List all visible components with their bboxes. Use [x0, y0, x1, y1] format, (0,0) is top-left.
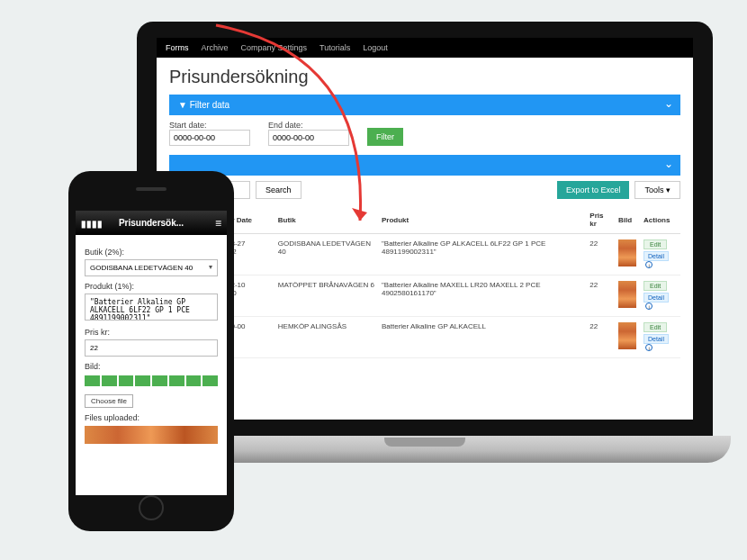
- top-nav: Forms Archive Company Settings Tutorials…: [157, 38, 693, 58]
- nav-archive[interactable]: Archive: [202, 43, 229, 52]
- info-icon[interactable]: i: [645, 344, 652, 351]
- col-pris[interactable]: Pris kr: [586, 206, 615, 234]
- tools-button[interactable]: Tools ▾: [634, 181, 680, 199]
- results-table: ile Answer Date Butik Produkt Pris kr Bi…: [169, 206, 680, 358]
- filter-data-bar[interactable]: ▼ Filter data: [169, 95, 680, 115]
- uploaded-thumbnail[interactable]: [85, 426, 218, 444]
- table-row: eb admin 2017-08-27 15:50:32 GODISBANA L…: [169, 234, 680, 275]
- detail-button[interactable]: Detail: [644, 334, 669, 344]
- thumbnail-icon[interactable]: [618, 322, 636, 349]
- phone-form: Butik (2%): Produkt (1%): Pris kr: Bild:…: [76, 235, 227, 451]
- detail-button[interactable]: Detail: [644, 251, 669, 261]
- phone-frame: ▮▮▮▮ Prisundersök... ≡ Butik (2%): Produ…: [68, 171, 234, 531]
- thumbnail-icon[interactable]: [618, 239, 636, 266]
- nav-forms[interactable]: Forms: [166, 43, 189, 52]
- upload-progress: [85, 375, 218, 386]
- pris-input[interactable]: [85, 339, 218, 357]
- results-bar[interactable]: [169, 155, 680, 176]
- cell-actions: Edit Detaili: [640, 275, 680, 317]
- produkt-input[interactable]: [85, 294, 218, 321]
- phone-screen: ▮▮▮▮ Prisundersök... ≡ Butik (2%): Produ…: [76, 211, 227, 495]
- cell-pris: 22: [586, 234, 615, 275]
- nav-logout[interactable]: Logout: [363, 43, 388, 52]
- table-row: 2015-00-00 HEMKÖP ALINGSÅS Batterier Alk…: [169, 317, 680, 358]
- col-produkt[interactable]: Produkt: [378, 206, 586, 234]
- pris-label: Pris kr:: [85, 328, 218, 337]
- butik-select[interactable]: [85, 259, 218, 276]
- butik-label: Butik (2%):: [85, 248, 218, 257]
- choose-file-button[interactable]: Choose file: [85, 394, 133, 408]
- cell-butik: GODISBANA LEDETVÄGEN 40: [274, 234, 378, 275]
- page-content: Prisundersökning ▼ Filter data Start dat…: [157, 58, 693, 367]
- cell-actions: Edit Detaili: [640, 234, 680, 275]
- detail-button[interactable]: Detail: [644, 293, 669, 303]
- info-icon[interactable]: i: [645, 261, 652, 268]
- start-date-input[interactable]: [169, 130, 250, 146]
- search-button[interactable]: Search: [256, 181, 302, 199]
- start-date-field: Start date:: [169, 121, 250, 146]
- col-butik[interactable]: Butik: [274, 206, 378, 234]
- cell-actions: Edit Detaili: [640, 317, 680, 358]
- cell-bild: [615, 234, 640, 275]
- export-excel-button[interactable]: Export to Excel: [557, 181, 630, 199]
- col-actions[interactable]: Actions: [640, 206, 680, 234]
- edit-button[interactable]: Edit: [644, 322, 667, 332]
- cell-produkt: "Batterier Alkaline GP ALKACELL 6LF22 GP…: [378, 234, 586, 275]
- menu-icon[interactable]: ≡: [215, 219, 221, 228]
- page-title: Prisundersökning: [169, 67, 680, 87]
- edit-button[interactable]: Edit: [644, 281, 667, 291]
- cell-produkt: "Batterier Alkaline MAXELL LR20 MAXELL 2…: [378, 275, 586, 317]
- thumbnail-icon[interactable]: [618, 281, 636, 308]
- end-date-field: End date:: [268, 121, 349, 146]
- end-date-label: End date:: [268, 121, 349, 130]
- nav-company-settings[interactable]: Company Settings: [241, 43, 308, 52]
- nav-tutorials[interactable]: Tutorials: [320, 43, 350, 52]
- filter-row: Start date: End date: Filter: [169, 121, 680, 146]
- signal-bars-icon: ▮▮▮▮: [81, 219, 103, 229]
- cell-pris: 22: [586, 275, 615, 317]
- cell-bild: [615, 317, 640, 358]
- info-icon[interactable]: i: [645, 303, 652, 310]
- cell-butik: MATÖPPET BRÅNAVÄGEN 6: [274, 275, 378, 317]
- start-date-label: Start date:: [169, 121, 250, 130]
- produkt-label: Produkt (1%):: [85, 282, 218, 291]
- cell-produkt: Batterier Alkaline GP ALKACELL: [378, 317, 586, 358]
- cell-pris: 22: [586, 317, 615, 358]
- table-row: obile 2016-02-10 18:53:20 MATÖPPET BRÅNA…: [169, 275, 680, 317]
- end-date-input[interactable]: [268, 130, 349, 146]
- bild-label: Bild:: [85, 362, 218, 371]
- cell-butik: HEMKÖP ALINGSÅS: [274, 317, 378, 358]
- cell-bild: [615, 275, 640, 317]
- filter-button[interactable]: Filter: [367, 128, 403, 146]
- phone-title: Prisundersök...: [119, 218, 184, 228]
- laptop-screen: Forms Archive Company Settings Tutorials…: [157, 38, 693, 420]
- col-bild[interactable]: Bild: [615, 206, 640, 234]
- phone-header: ▮▮▮▮ Prisundersök... ≡: [76, 211, 227, 235]
- table-toolbar: Search Export to Excel Tools ▾: [169, 181, 680, 199]
- files-uploaded-label: Files uploaded:: [85, 413, 218, 422]
- edit-button[interactable]: Edit: [644, 239, 667, 249]
